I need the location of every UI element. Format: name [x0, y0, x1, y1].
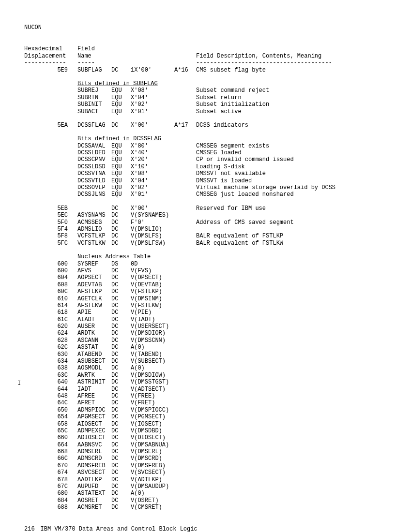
table-row: 62CASSTATDCA(0) [24, 344, 387, 351]
desc-cell: Subset return [196, 94, 387, 101]
page-footer: 216 IBM VM/370 Data Areas and Control Bl… [24, 526, 387, 532]
mod-cell [174, 448, 196, 455]
mod-cell [174, 267, 196, 274]
val-cell: V(DMSLFSW) [131, 240, 174, 247]
op-cell: DC [111, 490, 131, 497]
op-cell: DC [111, 372, 131, 379]
mod-cell [174, 399, 196, 406]
disp-cell: 688 [24, 504, 77, 511]
op-cell: DC [111, 504, 131, 511]
mod-cell [174, 149, 196, 156]
name-cell: AFRET [77, 399, 111, 406]
val-cell: V(ADTLKP) [131, 476, 174, 483]
disp-cell [24, 156, 77, 163]
col-header-field-1: Field [77, 45, 111, 52]
mod-cell [174, 274, 196, 281]
val-cell: V(DEVTAB) [131, 281, 174, 288]
op-cell: DC [111, 407, 131, 414]
val-cell: V(IADT) [131, 316, 174, 323]
name-cell: ACMSSEG [77, 219, 111, 226]
table-row: DCSSOVLPEQUX'02'Virtual machine storage … [24, 184, 387, 191]
name-cell: AUPUFD [77, 483, 111, 490]
desc-cell [196, 448, 387, 455]
val-cell: V(DMSAUDUP) [131, 483, 174, 490]
val-cell: X'20' [131, 156, 174, 163]
disp-cell [24, 163, 77, 170]
val-cell: V(DMSABNUA) [131, 442, 174, 448]
op-cell: DC [111, 267, 131, 274]
name-cell: DCSSLDED [77, 149, 111, 156]
table-row: 624ARDTKDCV(DMSDIOR) [24, 330, 387, 337]
op-cell: DC [111, 476, 131, 483]
table-row: 628ASCANNDCV(DMSSCNN) [24, 337, 387, 344]
op-cell: DC [111, 316, 131, 323]
table-row: 630ATABENDDCV(TABEND) [24, 351, 387, 358]
name-cell: ADMSLIO [77, 226, 111, 233]
desc-cell: Subset command reject [196, 87, 387, 94]
desc-cell: Virtual machine storage overlaid by DCSS [196, 184, 387, 191]
table-row: 5F4ADMSLIODCV(DMSLIO) [24, 226, 387, 233]
name-cell: ASTRINIT [77, 379, 111, 385]
desc-cell: Address of CMS saved segment [196, 219, 387, 226]
disp-cell: 678 [24, 476, 77, 483]
section-heading: Bits defined in SUBFLAG [24, 80, 387, 87]
disp-cell: 658 [24, 421, 77, 428]
name-cell: AABNSVC [77, 442, 111, 448]
desc-cell [196, 226, 387, 233]
desc-cell [196, 483, 387, 490]
name-cell: ASTATEXT [77, 490, 111, 497]
table-row: 60CAFSTLKPDCV(FSTLKP) [24, 288, 387, 295]
table-row: 684AOSRETDCV(OSRET) [24, 497, 387, 504]
table-row: 664AABNSVCDCV(DMSABNUA) [24, 442, 387, 448]
name-cell: ATABEND [77, 351, 111, 358]
op-cell: DC [111, 122, 131, 129]
disp-cell: 618 [24, 309, 77, 316]
op-cell: DC [111, 421, 131, 428]
disp-cell: 668 [24, 448, 77, 455]
op-cell: DC [111, 330, 131, 337]
op-cell: DC [111, 212, 131, 219]
desc-cell [196, 393, 387, 399]
name-cell: APIE [77, 309, 111, 316]
val-cell: X'00' [131, 122, 174, 129]
op-cell: DC [111, 399, 131, 406]
desc-cell [196, 414, 387, 420]
name-cell: AIOSECT [77, 421, 111, 428]
mod-cell [174, 212, 196, 219]
disp-cell: 674 [24, 469, 77, 476]
dash-col1: ------------ [24, 59, 77, 66]
table-row: 618APIEDCV(PIE) [24, 309, 387, 316]
mod-cell [174, 205, 196, 212]
disp-cell: 66C [24, 455, 77, 462]
val-cell: X'04' [131, 177, 174, 184]
disp-cell: 620 [24, 323, 77, 330]
name-cell: ASYSNAMS [77, 212, 111, 219]
val-cell: X'01' [131, 108, 174, 115]
table-row: SUBINITEQUX'02'Subset initialization [24, 101, 387, 108]
col-header-disp-1: Hexadecimal [24, 45, 77, 52]
desc-cell [196, 351, 387, 358]
table-row: 5F8VCFSTLKPDCV(DMSLFS)BALR equivalent of… [24, 233, 387, 239]
name-cell: ADIOSECT [77, 434, 111, 441]
table-row: 614AFSTLKWDCV(FSTLKW) [24, 302, 387, 309]
desc-cell: DMSSVT not available [196, 170, 387, 177]
op-cell: DC [111, 483, 131, 490]
name-cell: VCFSTLKP [77, 233, 111, 239]
disp-cell: 680 [24, 490, 77, 497]
disp-cell: 684 [24, 497, 77, 504]
op-cell: DC [111, 434, 131, 441]
mod-cell [174, 497, 196, 504]
desc-cell [196, 372, 387, 379]
table-row: DCSSLDEDEQUX'40'CMSSEG loaded [24, 149, 387, 156]
table-row: 670ADMSFREBDCV(DMSFREB) [24, 462, 387, 469]
op-cell: DC [111, 358, 131, 365]
desc-cell: CP or invalid command issued [196, 156, 387, 163]
desc-cell [196, 399, 387, 406]
op-cell: DC [111, 351, 131, 358]
name-cell: DCSSCPNV [77, 156, 111, 163]
disp-cell [24, 94, 77, 101]
op-cell: EQU [111, 177, 131, 184]
val-cell: V(DMSSTGST) [131, 379, 174, 385]
desc-cell [196, 267, 387, 274]
name-cell: DCSSOVLP [77, 184, 111, 191]
